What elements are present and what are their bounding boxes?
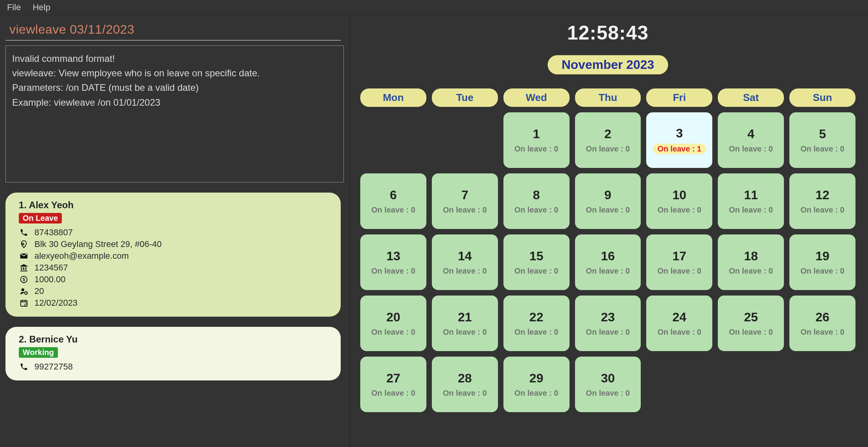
on-leave-count: On leave : 0 (514, 328, 558, 337)
on-leave-count: On leave : 0 (371, 389, 415, 398)
day-number: 28 (458, 371, 472, 386)
day-number: 17 (672, 249, 686, 263)
day-number: 29 (529, 371, 543, 386)
on-leave-count: On leave : 1 (653, 144, 706, 154)
on-leave-count: On leave : 0 (586, 389, 630, 398)
result-line: viewleave: View employee who is on leave… (12, 66, 337, 80)
month-label: November 2023 (548, 55, 669, 74)
calendar-day-cell[interactable]: 6On leave : 0 (360, 173, 426, 229)
calendar-day-cell[interactable]: 8On leave : 0 (503, 173, 570, 229)
calendar-day-cell[interactable]: 21On leave : 0 (432, 296, 498, 351)
day-number: 26 (816, 310, 830, 324)
on-leave-count: On leave : 0 (443, 389, 487, 398)
menu-help[interactable]: Help (32, 2, 50, 13)
date-field: 12/02/2023 (19, 298, 330, 308)
dollar-icon: $ (19, 274, 29, 285)
person-card[interactable]: 2. Bernice YuWorking99272758 (5, 327, 341, 380)
calendar-day-cell[interactable]: 27On leave : 0 (360, 357, 426, 412)
on-leave-count: On leave : 0 (371, 205, 415, 214)
on-leave-count: On leave : 0 (514, 267, 558, 276)
person-card[interactable]: 1. Alex YeohOn Leave87438807Blk 30 Geyla… (5, 193, 341, 317)
on-leave-count: On leave : 0 (729, 328, 773, 337)
calendar-day-cell[interactable]: 11On leave : 0 (718, 173, 784, 229)
day-number: 12 (816, 188, 830, 202)
weekday-label: Fri (646, 88, 712, 107)
calendar-day-cell[interactable]: 19On leave : 0 (789, 234, 855, 290)
day-number: 9 (604, 188, 611, 202)
person-list[interactable]: 1. Alex YeohOn Leave87438807Blk 30 Geyla… (5, 193, 344, 447)
day-number: 22 (529, 310, 543, 324)
day-number: 15 (529, 249, 543, 263)
weekday-label: Sat (718, 88, 784, 107)
phone-icon (19, 362, 29, 372)
result-line: Example: viewleave /on 01/01/2023 (12, 95, 337, 110)
weekday-label: Wed (503, 88, 570, 107)
on-leave-count: On leave : 0 (586, 267, 630, 276)
calendar-day-cell[interactable]: 24On leave : 0 (646, 296, 712, 351)
leave-balance-field: 20 (19, 286, 330, 296)
day-number: 3 (676, 126, 683, 141)
address-field-value: Blk 30 Geylang Street 29, #06-40 (34, 239, 162, 249)
day-number: 20 (386, 310, 401, 324)
calendar-day-cell[interactable]: 25On leave : 0 (718, 296, 784, 351)
calendar-icon (19, 298, 29, 308)
on-leave-count: On leave : 0 (586, 205, 630, 214)
calendar-day-cell[interactable]: 13On leave : 0 (360, 234, 426, 290)
calendar-day-cell[interactable]: 10On leave : 0 (646, 173, 712, 229)
day-number: 16 (601, 249, 615, 263)
calendar-day-cell[interactable]: 26On leave : 0 (789, 296, 855, 351)
calendar-day-cell[interactable]: 2On leave : 0 (575, 112, 641, 168)
calendar-day-cell[interactable]: 5On leave : 0 (789, 112, 855, 168)
day-number: 27 (386, 371, 401, 386)
app-root: File Help Invalid command format!viewlea… (0, 0, 868, 447)
menu-file[interactable]: File (7, 2, 21, 13)
day-number: 10 (672, 188, 686, 202)
calendar-day-cell[interactable]: 15On leave : 0 (503, 234, 570, 290)
calendar-day-cell[interactable]: 17On leave : 0 (646, 234, 712, 290)
calendar-day-cell[interactable]: 7On leave : 0 (432, 173, 498, 229)
day-number: 25 (744, 310, 758, 324)
day-number: 30 (601, 371, 615, 386)
email-icon (19, 251, 29, 261)
main-split: Invalid command format!viewleave: View e… (0, 15, 868, 447)
on-leave-count: On leave : 0 (371, 328, 415, 337)
calendar-day-cell[interactable]: 28On leave : 0 (432, 357, 498, 412)
weekday-label: Sun (789, 88, 855, 107)
day-number: 5 (819, 127, 826, 141)
on-leave-count: On leave : 0 (800, 205, 844, 214)
clock: 12:58:43 (356, 22, 860, 44)
on-leave-count: On leave : 0 (658, 205, 701, 214)
salary-field: $1000.00 (19, 274, 330, 285)
day-number: 6 (390, 188, 397, 202)
calendar-day-cell[interactable]: 23On leave : 0 (575, 296, 641, 351)
calendar-day-cell[interactable]: 4On leave : 0 (718, 112, 784, 168)
day-number: 21 (458, 310, 472, 324)
day-number: 2 (604, 127, 611, 141)
day-number: 23 (601, 310, 615, 324)
calendar-day-cell[interactable]: 14On leave : 0 (432, 234, 498, 290)
calendar-day-cell[interactable]: 1On leave : 0 (503, 112, 570, 168)
status-badge: Working (19, 347, 58, 358)
calendar-day-cell[interactable]: 12On leave : 0 (789, 173, 855, 229)
day-number: 13 (386, 249, 401, 263)
svg-point-2 (22, 288, 24, 291)
on-leave-count: On leave : 0 (514, 144, 558, 153)
status-badge: On Leave (19, 213, 62, 224)
calendar-day-cell[interactable]: 16On leave : 0 (575, 234, 641, 290)
on-leave-count: On leave : 0 (658, 328, 701, 337)
phone-field-value: 99272758 (34, 362, 73, 372)
calendar-day-cell[interactable]: 30On leave : 0 (575, 357, 641, 412)
on-leave-count: On leave : 0 (371, 267, 415, 276)
calendar-day-cell[interactable]: 29On leave : 0 (503, 357, 570, 412)
calendar-day-cell[interactable]: 3On leave : 1 (646, 112, 712, 168)
weekday-label: Tue (432, 88, 498, 107)
day-number: 14 (458, 249, 472, 263)
calendar-day-cell[interactable]: 20On leave : 0 (360, 296, 426, 351)
on-leave-count: On leave : 0 (658, 267, 701, 276)
calendar-day-cell[interactable]: 18On leave : 0 (718, 234, 784, 290)
command-box (5, 18, 344, 41)
calendar-day-cell[interactable]: 22On leave : 0 (503, 296, 570, 351)
calendar-day-cell[interactable]: 9On leave : 0 (575, 173, 641, 229)
command-input[interactable] (5, 20, 341, 41)
day-number: 7 (461, 188, 468, 202)
